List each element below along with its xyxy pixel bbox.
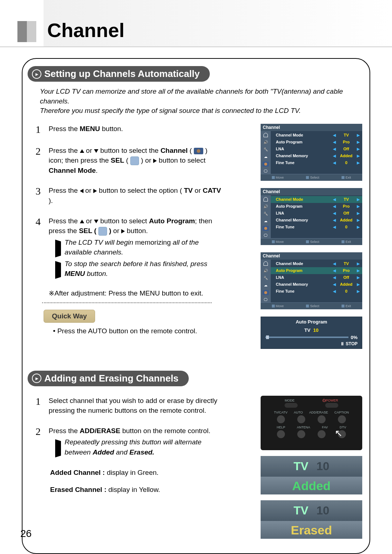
remote-label-power: POWER bbox=[326, 399, 338, 402]
status-channel-number: 10 bbox=[317, 460, 330, 473]
sel-button-icon bbox=[130, 156, 139, 165]
step-text: Select channel that you wish to add or e… bbox=[49, 396, 222, 416]
quick-way-tab: Quick Way bbox=[44, 310, 95, 323]
cloud-icon bbox=[262, 219, 269, 224]
remote-btn-adderase bbox=[318, 415, 326, 423]
channel-icon bbox=[262, 226, 269, 231]
page-title: Channel bbox=[47, 19, 124, 41]
autoprog-stop: STOP bbox=[261, 341, 362, 349]
wrench-icon bbox=[262, 147, 269, 152]
status-erased: Erased bbox=[261, 521, 362, 539]
step-number: 1 bbox=[36, 124, 49, 135]
step-3: 3 Press the or button to select the opti… bbox=[36, 186, 222, 205]
section2-step-1: 1 Select channel that you wish to add or… bbox=[36, 396, 222, 416]
autoprog-progress: 0% bbox=[261, 334, 362, 341]
remote-btn-auto bbox=[297, 415, 305, 423]
step-2: 2 Press the or button to select the Chan… bbox=[36, 146, 222, 176]
erased-channel-note: Erased Channel : display in Yellow. bbox=[50, 485, 222, 495]
remote-control-illustration: MODE ⏻POWER TV/CATV AUTO ADD/ERASE CAPTI… bbox=[261, 396, 362, 450]
section1-intro: Your LCD TV can memorize and store all o… bbox=[40, 87, 362, 116]
osd-footer-move: Move bbox=[272, 176, 284, 179]
step-number: 4 bbox=[36, 216, 49, 279]
pc-icon bbox=[262, 169, 269, 174]
antenna-icon bbox=[262, 133, 269, 138]
remote-label-tvcatv: TV/CATV bbox=[274, 411, 287, 414]
step-text: Press the or button to select the Channe… bbox=[49, 146, 222, 176]
antenna-icon bbox=[262, 261, 269, 266]
arrow-up-icon bbox=[80, 220, 84, 223]
autoprog-title: Auto Program bbox=[261, 317, 362, 327]
channel-icon bbox=[262, 162, 269, 167]
pc-icon bbox=[262, 233, 269, 238]
step-text: Press the MENU button. bbox=[49, 124, 123, 135]
osd-row-auto-program: Auto Program◀Pro▶ bbox=[271, 139, 362, 146]
section2-step2-sub: Repeatedly pressing this button will alt… bbox=[55, 437, 222, 457]
divider-dotted bbox=[42, 302, 212, 303]
status-tv-label: TV bbox=[294, 504, 309, 517]
after-adjustment-note: ※After adjustment: Press the MENU button… bbox=[49, 289, 222, 297]
sel-button-icon bbox=[98, 227, 107, 236]
step-text: Press the ADD/ERASE button on the remote… bbox=[49, 426, 222, 457]
osd-row-channel-memory: Channel Memory◀Added▶ bbox=[271, 281, 362, 288]
step-number: 2 bbox=[36, 426, 49, 457]
channel-icon bbox=[262, 290, 269, 295]
step-number: 1 bbox=[36, 396, 49, 416]
remote-label-fav: FAV bbox=[322, 425, 328, 429]
auto-program-panel: Auto Program TV10 0% STOP bbox=[261, 317, 362, 349]
header-accent-bar bbox=[17, 21, 36, 42]
step-text: Press the or button to select the option… bbox=[49, 186, 222, 205]
arrow-right-icon bbox=[121, 229, 125, 233]
osd-footer-select: Select bbox=[306, 176, 319, 179]
osd-panel-3: Channel Channel Mode◀TV▶ Auto Program◀Pr… bbox=[261, 252, 362, 309]
section-tab-setup-channels: ▸ Setting up Channels Automatically bbox=[28, 66, 210, 82]
cloud-icon bbox=[262, 283, 269, 288]
step-4: 4 Press the or button to select Auto Pro… bbox=[36, 216, 222, 279]
arrow-right-icon bbox=[153, 159, 157, 163]
wrench-icon bbox=[262, 276, 269, 281]
circle-arrow-icon: ▸ bbox=[32, 69, 41, 79]
status-bar-erased: TV 10 bbox=[261, 500, 362, 521]
remote-label-antena: ANTENA bbox=[297, 425, 310, 429]
quick-way-text: Press the AUTO button on the remote cont… bbox=[53, 327, 222, 335]
antenna-icon bbox=[262, 197, 269, 202]
osd-row-channel-mode: Channel Mode◀TV▶ bbox=[271, 260, 362, 267]
step4-sub2: To stop the search before it has finishe… bbox=[55, 259, 222, 279]
status-bar-added: TV 10 bbox=[261, 456, 362, 477]
osd-row-channel-mode-highlight: Channel Mode◀TV▶ bbox=[271, 196, 362, 203]
added-channel-note: Added Channel : display in Green. bbox=[50, 468, 222, 478]
wrench-icon bbox=[262, 211, 269, 216]
step-number: 2 bbox=[36, 146, 49, 176]
remote-label-auto: AUTO bbox=[294, 411, 303, 414]
step-text: Press the or button to select Auto Progr… bbox=[49, 216, 222, 279]
osd-row-fine-tune: Fine Tune◀0▶ bbox=[271, 224, 362, 231]
osd-row-channel-memory: Channel Memory◀Added▶ bbox=[271, 217, 362, 224]
osd-row-channel-mode: Channel Mode◀TV▶ bbox=[271, 132, 362, 139]
arrow-down-icon bbox=[94, 149, 98, 153]
section2-title: Adding and Erasing Channels bbox=[44, 373, 179, 384]
section2-step-2: 2 Press the ADD/ERASE button on the remo… bbox=[36, 426, 222, 457]
remote-btn-power bbox=[325, 403, 338, 408]
channel-icon bbox=[194, 148, 203, 154]
osd-title: Channel bbox=[261, 124, 362, 131]
osd-row-lna: LNA◀Off▶ bbox=[271, 274, 362, 281]
osd-footer-exit: Exit bbox=[342, 176, 351, 179]
osd-panel-2: Channel Channel Mode◀TV▶ Auto Program◀Pr… bbox=[261, 188, 362, 245]
osd-row-lna: LNA◀Off▶ bbox=[271, 146, 362, 152]
section1-title: Setting up Channels Automatically bbox=[44, 68, 200, 80]
step-number: 3 bbox=[36, 186, 49, 205]
status-tv-label: TV bbox=[294, 460, 309, 473]
remote-btn-dtv bbox=[338, 430, 346, 438]
remote-btn-help bbox=[277, 430, 285, 438]
osd-icon-column bbox=[261, 131, 271, 174]
arrow-right-icon bbox=[93, 189, 97, 193]
osd-row-fine-tune: Fine Tune◀0▶ bbox=[271, 288, 362, 295]
pc-icon bbox=[262, 297, 269, 302]
status-channel-number: 10 bbox=[317, 504, 330, 517]
circle-arrow-icon: ▸ bbox=[32, 374, 41, 383]
autoprog-channel-line: TV10 bbox=[261, 327, 362, 334]
remote-label-mode: MODE bbox=[285, 399, 294, 402]
remote-btn-tvcatv bbox=[277, 415, 285, 423]
arrow-left-icon bbox=[80, 189, 83, 193]
speaker-icon bbox=[262, 268, 269, 273]
remote-btn-antena bbox=[297, 430, 305, 438]
